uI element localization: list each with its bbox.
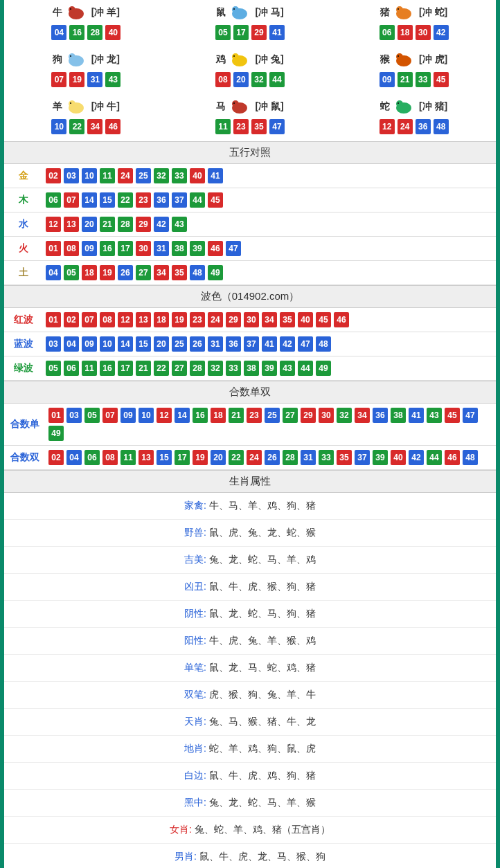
- zodiac-icon: [393, 51, 416, 68]
- attr-value: 鼠、牛、虎、龙、马、猴、狗: [197, 851, 325, 862]
- number-badge: 34: [87, 119, 102, 134]
- zodiac-cell: 狗[冲 龙]07193143: [4, 47, 168, 94]
- kv-row: 绿波05061116172122272832333839434449: [4, 356, 496, 381]
- number-badge: 14: [175, 408, 190, 423]
- zodiac-numbers: 04162840: [7, 25, 166, 40]
- number-badge: 23: [190, 312, 205, 327]
- attr-row: 野兽: 鼠、虎、兔、龙、蛇、猴: [4, 520, 496, 547]
- attr-row: 凶丑: 鼠、牛、虎、猴、狗、猪: [4, 574, 496, 601]
- zodiac-cell: 羊[冲 牛]10223446: [4, 94, 168, 141]
- number-badge: 42: [280, 336, 295, 352]
- kv-row: 红波0102070812131819232429303435404546: [4, 308, 496, 332]
- attr-row: 女肖: 兔、蛇、羊、鸡、猪（五宫肖）: [4, 817, 496, 844]
- svg-point-8: [398, 8, 399, 10]
- number-badge: 06: [64, 361, 79, 376]
- number-badge: 33: [416, 72, 431, 87]
- zodiac-conflict: [冲 蛇]: [419, 6, 447, 19]
- number-badge: 28: [118, 217, 133, 232]
- number-badge: 32: [251, 72, 267, 87]
- number-badge: 21: [398, 72, 413, 87]
- number-badge: 25: [265, 408, 280, 423]
- number-badge: 21: [100, 217, 115, 232]
- number-badge: 22: [118, 192, 133, 208]
- number-badge: 04: [66, 450, 82, 465]
- number-badge: 30: [244, 312, 259, 327]
- number-badge: 34: [154, 265, 169, 280]
- attr-value: 兔、龙、蛇、马、羊、猴: [206, 797, 316, 808]
- number-badge: 45: [316, 312, 331, 327]
- number-badge: 38: [391, 408, 406, 423]
- number-badge: 17: [233, 25, 249, 40]
- kv-row: 水1213202128294243: [4, 213, 496, 237]
- attr-label: 双笔:: [184, 689, 206, 700]
- number-badge: 47: [298, 336, 313, 352]
- number-badge: 42: [434, 25, 449, 40]
- svg-point-11: [70, 55, 71, 57]
- number-badge: 46: [445, 450, 460, 465]
- number-badge: 23: [247, 408, 262, 423]
- svg-point-17: [398, 55, 399, 57]
- number-badge: 19: [172, 312, 187, 327]
- zodiac-numbers: 10223446: [7, 119, 166, 134]
- attr-value: 鼠、牛、虎、鸡、狗、猪: [206, 770, 316, 781]
- kv-label: 红波: [4, 308, 43, 332]
- zodiac-cell: 马[冲 鼠]11233547: [168, 94, 332, 141]
- attr-row: 白边: 鼠、牛、虎、鸡、狗、猪: [4, 763, 496, 790]
- attr-label: 单笔:: [184, 662, 206, 673]
- number-badge: 24: [208, 312, 223, 327]
- attr-value: 牛、马、羊、鸡、狗、猪: [206, 500, 316, 511]
- kv-label: 合数单: [4, 413, 46, 436]
- wave-header: 波色（014902.com）: [4, 285, 496, 308]
- number-badge: 44: [427, 450, 442, 465]
- number-badge: 20: [82, 217, 97, 232]
- number-badge: 38: [172, 241, 187, 256]
- number-badge: 05: [215, 25, 231, 40]
- number-badge: 20: [154, 336, 169, 352]
- number-badge: 29: [136, 217, 151, 232]
- zodiac-conflict: [冲 兔]: [255, 53, 283, 66]
- number-badge: 03: [46, 336, 61, 352]
- number-badge: 33: [226, 361, 241, 376]
- attr-label: 地肖:: [184, 743, 206, 754]
- svg-point-20: [70, 102, 71, 104]
- zodiac-icon: [393, 4, 416, 21]
- number-badge: 39: [190, 241, 205, 256]
- kv-values: 04051819262734354849: [43, 261, 496, 284]
- number-badge: 07: [51, 72, 66, 87]
- number-badge: 06: [46, 192, 61, 208]
- zodiac-name: 羊: [53, 100, 62, 113]
- kv-row: 土04051819262734354849: [4, 261, 496, 285]
- number-badge: 14: [82, 192, 97, 208]
- number-badge: 10: [139, 408, 154, 423]
- svg-point-2: [70, 8, 71, 10]
- number-badge: 13: [139, 450, 154, 465]
- number-badge: 23: [233, 119, 249, 134]
- number-badge: 04: [46, 265, 61, 280]
- kv-label: 合数双: [4, 446, 46, 469]
- number-badge: 47: [269, 119, 285, 134]
- number-badge: 24: [118, 168, 133, 183]
- number-badge: 04: [64, 336, 79, 352]
- number-badge: 15: [100, 192, 115, 208]
- number-badge: 21: [136, 361, 151, 376]
- number-badge: 20: [233, 72, 249, 87]
- number-badge: 25: [172, 336, 187, 352]
- zodiac-conflict: [冲 鼠]: [255, 100, 283, 113]
- number-badge: 48: [463, 450, 478, 465]
- number-badge: 12: [157, 408, 172, 423]
- number-badge: 46: [105, 119, 120, 134]
- kv-values: 02031011242532334041: [43, 164, 496, 188]
- zodiac-name: 鸡: [216, 53, 226, 66]
- zodiac-name: 猴: [380, 53, 390, 66]
- number-badge: 14: [118, 336, 133, 352]
- number-badge: 41: [262, 336, 277, 352]
- attr-label: 女肖:: [170, 824, 192, 835]
- number-badge: 21: [229, 408, 244, 423]
- attr-value: 虎、猴、狗、兔、羊、牛: [206, 689, 316, 700]
- attr-label: 黑中:: [184, 797, 206, 808]
- svg-point-16: [396, 53, 403, 60]
- zodiac-conflict: [冲 牛]: [91, 100, 120, 113]
- kv-label: 木: [4, 188, 43, 212]
- zodiac-name-row: 蛇[冲 猪]: [380, 98, 447, 115]
- svg-point-10: [69, 53, 75, 60]
